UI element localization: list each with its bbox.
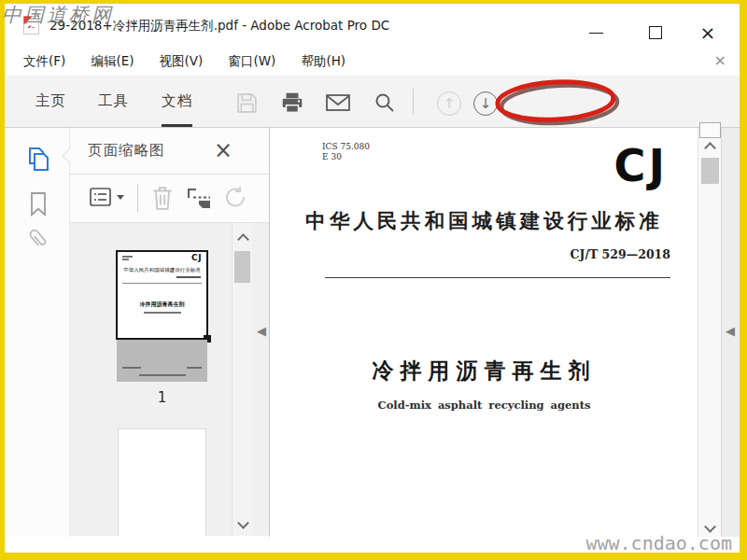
bookmarks-rail-button[interactable] xyxy=(24,189,52,217)
page-1-label: 1 xyxy=(116,389,208,406)
menu-edit[interactable]: 编辑(E) xyxy=(80,47,144,70)
panel-title: 页面缩略图 xyxy=(88,141,165,161)
print-button[interactable] xyxy=(277,89,307,117)
watermark-top-left: 中国道桥网 xyxy=(2,2,114,28)
arrow-down-icon: ↓ xyxy=(473,91,498,116)
mini-subtitle-line xyxy=(144,312,181,314)
print-icon xyxy=(280,91,304,115)
chevron-down-icon xyxy=(237,517,249,529)
panel-header: 页面缩略图 × xyxy=(70,128,270,175)
rotate-pages-button[interactable] xyxy=(225,187,246,209)
delete-pages-button[interactable] xyxy=(150,185,175,211)
document-title-cn: 冷拌用沥青再生剂 xyxy=(271,357,698,385)
ics-codes: ICS 75.080 E 30 xyxy=(322,142,370,163)
maximize-button[interactable] xyxy=(641,21,670,45)
panel-toolbar-separator xyxy=(137,184,138,212)
bookmark-icon xyxy=(28,191,49,217)
page-thumbnails-rail-button[interactable] xyxy=(24,145,52,173)
close-button[interactable]: × xyxy=(693,21,723,45)
menubar-close-icon[interactable]: × xyxy=(714,53,726,68)
thumbnail-page-2[interactable] xyxy=(118,428,206,536)
cj-logo: CJ xyxy=(560,144,669,189)
chevron-up-icon xyxy=(237,233,249,245)
save-button[interactable] xyxy=(232,89,261,117)
standard-heading: 中华人民共和国城镇建设行业标准 xyxy=(271,207,698,234)
email-icon xyxy=(325,92,351,113)
scroll-down-button[interactable] xyxy=(233,514,253,531)
close-icon: × xyxy=(214,137,233,163)
chevron-up-icon xyxy=(704,142,716,154)
minimize-icon xyxy=(589,33,603,34)
toolbar: 主页 工具 文档 ↑ ↓ / 15 登录 xyxy=(5,76,740,128)
scroll-up-button[interactable] xyxy=(233,231,253,247)
extract-pages-icon xyxy=(186,185,216,211)
arrow-up-icon: ↑ xyxy=(437,91,461,116)
title-bar: 29-2018+冷拌用沥青再生剂.pdf - Adobe Acrobat Pro… xyxy=(5,4,740,47)
minimize-button[interactable] xyxy=(581,21,611,45)
menu-window[interactable]: 窗口(W) xyxy=(218,47,286,70)
document-scrollbar[interactable] xyxy=(698,128,721,537)
tab-document[interactable]: 文档 xyxy=(162,76,192,127)
page-thumbnails-panel: 页面缩略图 × xyxy=(70,128,270,537)
thumbnail-list: CJ 中华人民共和国城镇建设行业标准 冷拌用沥青再生剂 1 xyxy=(70,223,270,536)
search-button[interactable] xyxy=(370,89,400,117)
attachments-rail-button[interactable] xyxy=(24,225,52,253)
previous-page-button[interactable]: ↑ xyxy=(434,90,464,118)
mini-divider xyxy=(122,283,202,284)
panel-toolbar xyxy=(70,175,270,223)
menu-bar: 文件(F) 编辑(E) 视图(V) 窗口(W) 帮助(H) × xyxy=(5,47,740,76)
paperclip-icon xyxy=(21,221,56,257)
thumbnail-page-1[interactable]: CJ 中华人民共和国城镇建设行业标准 冷拌用沥青再生剂 xyxy=(116,250,208,340)
mini-cj-logo: CJ xyxy=(191,253,202,262)
thumbnail-options-button[interactable] xyxy=(89,186,124,208)
page-thumbnails-icon xyxy=(26,147,50,172)
thumbnail-scrollbar[interactable] xyxy=(232,223,252,536)
scrollbar-thumb[interactable] xyxy=(701,158,719,184)
extract-pages-button[interactable] xyxy=(186,185,216,211)
chevron-down-icon xyxy=(117,195,124,200)
menu-help[interactable]: 帮助(H) xyxy=(290,47,356,70)
document-title-en: Cold-mix asphalt recycling agents xyxy=(271,399,698,412)
trash-icon xyxy=(150,185,175,211)
scroll-up-button[interactable] xyxy=(698,139,722,156)
standard-number: CJ/T 529—2018 xyxy=(325,247,670,261)
tab-tools[interactable]: 工具 xyxy=(98,76,129,127)
next-page-button[interactable]: ↓ xyxy=(471,90,500,118)
search-icon xyxy=(374,91,396,114)
panel-close-button[interactable]: × xyxy=(210,137,236,163)
chevron-down-icon xyxy=(704,521,716,533)
save-icon xyxy=(235,91,259,115)
thumbnail-page-1-offscreen[interactable] xyxy=(117,340,207,382)
collapse-right-panel-button[interactable]: ◀ xyxy=(723,321,738,340)
mini-standard-number-line xyxy=(176,276,201,278)
mini-ics-lines xyxy=(122,256,133,261)
heading-rule xyxy=(325,277,670,278)
panel-divider[interactable] xyxy=(269,128,270,537)
menu-view[interactable]: 视图(V) xyxy=(149,47,214,70)
rotate-ccw-icon xyxy=(225,187,246,209)
mini-title: 冷拌用沥青再生剂 xyxy=(118,301,206,309)
watermark-bottom-right: www.cndao.com xyxy=(585,532,732,554)
tab-home[interactable]: 主页 xyxy=(35,76,66,127)
toolbar-separator xyxy=(413,89,414,115)
menu-file[interactable]: 文件(F) xyxy=(13,47,76,70)
scrollbar-corner-button[interactable] xyxy=(699,122,721,138)
scrollbar-thumb[interactable] xyxy=(234,251,250,283)
options-list-icon xyxy=(89,186,113,208)
mini-heading: 中华人民共和国城镇建设行业标准 xyxy=(118,267,206,273)
close-icon: × xyxy=(700,23,716,42)
maximize-icon xyxy=(649,26,662,39)
email-button[interactable] xyxy=(323,89,353,117)
document-page[interactable]: ICS 75.080 E 30 CJ 中华人民共和国城镇建设行业标准 CJ/T … xyxy=(271,128,698,537)
navigation-rail xyxy=(5,128,70,537)
collapse-panel-button[interactable]: ◀ xyxy=(254,321,269,340)
